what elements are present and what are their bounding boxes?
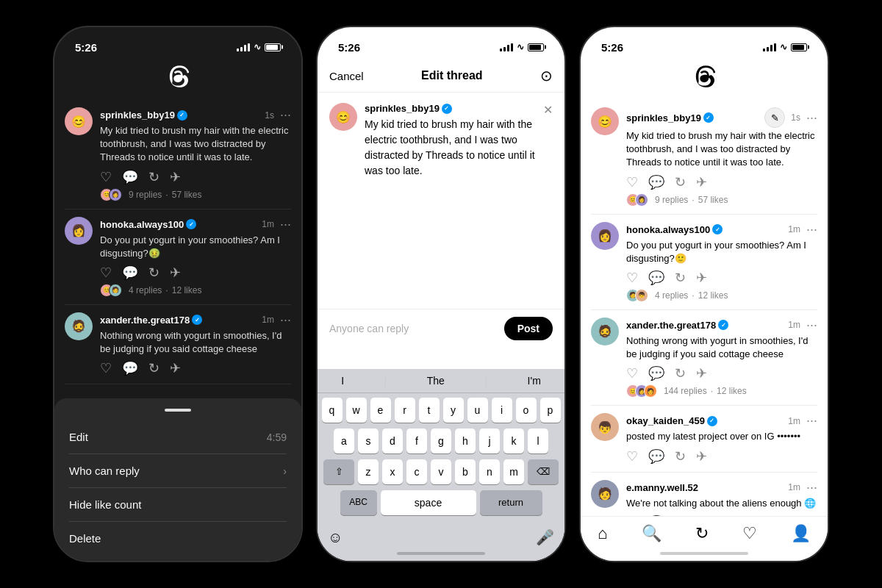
- key-y[interactable]: y: [443, 398, 464, 423]
- sheet-edit[interactable]: Edit 4:59: [54, 420, 301, 453]
- post-3-3: 🧔 xander.the.great178 ✓ 1m ··· Nothing w…: [591, 310, 817, 406]
- more-btn-3-2[interactable]: ···: [806, 222, 817, 237]
- repost-icon-2[interactable]: ↻: [148, 265, 159, 281]
- key-h[interactable]: h: [455, 429, 476, 453]
- home-nav-icon[interactable]: ⌂: [598, 524, 607, 543]
- key-l[interactable]: l: [528, 429, 548, 453]
- more-btn-3[interactable]: ···: [280, 312, 291, 328]
- repost-icon-3[interactable]: ↻: [148, 360, 159, 376]
- post-header-1: sprinkles_bby19 ✓ 1s ···: [100, 107, 291, 123]
- key-a[interactable]: a: [334, 429, 354, 453]
- comment-icon-3-3[interactable]: 💬: [648, 365, 664, 381]
- repost-icon-3-3[interactable]: ↻: [675, 365, 686, 381]
- like-icon-3-4[interactable]: ♡: [626, 448, 638, 465]
- close-edit-btn[interactable]: ✕: [543, 103, 553, 179]
- key-d[interactable]: d: [382, 429, 403, 453]
- more-options-btn[interactable]: ⊙: [540, 67, 553, 85]
- key-p[interactable]: p: [540, 398, 561, 423]
- cancel-button[interactable]: Cancel: [329, 70, 364, 82]
- comment-icon-3[interactable]: 💬: [122, 360, 138, 376]
- post-text-1: My kid tried to brush my hair with the e…: [100, 124, 291, 165]
- key-w[interactable]: w: [346, 398, 367, 423]
- comment-icon-3-4[interactable]: 💬: [648, 448, 664, 465]
- more-btn-3-3[interactable]: ···: [806, 318, 817, 333]
- key-space[interactable]: space: [381, 490, 476, 515]
- share-icon-3-4[interactable]: ✈: [696, 448, 707, 465]
- key-o[interactable]: o: [516, 398, 537, 423]
- more-btn-3-5[interactable]: ···: [806, 480, 817, 495]
- suggestion-2[interactable]: The: [420, 375, 452, 388]
- key-v[interactable]: v: [431, 459, 451, 484]
- post-time-3-5: 1m: [788, 482, 800, 492]
- phone-1: 5:26 ∿ 😊: [53, 26, 303, 562]
- mic-icon[interactable]: 🎤: [536, 528, 554, 546]
- repost-icon-3-2[interactable]: ↻: [675, 270, 686, 286]
- edit-post-text[interactable]: My kid tried to brush my hair with the e…: [365, 117, 536, 179]
- key-backspace[interactable]: ⌫: [528, 459, 559, 484]
- post-button[interactable]: Post: [504, 317, 553, 340]
- share-icon-1[interactable]: ✈: [170, 169, 181, 185]
- edit-avatar: 😊: [329, 103, 357, 131]
- repost-nav-icon[interactable]: ↻: [695, 524, 709, 543]
- suggestion-3[interactable]: I'm: [520, 375, 548, 388]
- key-f[interactable]: f: [406, 429, 427, 453]
- key-q[interactable]: q: [322, 398, 343, 423]
- share-icon-3-2[interactable]: ✈: [696, 270, 707, 286]
- comment-icon-3-1[interactable]: 💬: [648, 174, 664, 190]
- key-z[interactable]: z: [358, 459, 379, 484]
- post-time-3-3: 1m: [788, 320, 800, 330]
- like-icon-2[interactable]: ♡: [100, 265, 112, 281]
- key-s[interactable]: s: [358, 429, 379, 453]
- key-i[interactable]: i: [492, 398, 512, 423]
- sheet-delete[interactable]: Delete: [54, 522, 301, 555]
- like-icon-3-2[interactable]: ♡: [626, 270, 638, 286]
- comment-icon-1[interactable]: 💬: [122, 169, 138, 185]
- like-icon-1[interactable]: ♡: [100, 169, 112, 185]
- like-icon-3-3[interactable]: ♡: [626, 365, 638, 381]
- status-icons-3: ∿: [763, 42, 807, 52]
- share-icon-2[interactable]: ✈: [170, 265, 181, 281]
- key-e[interactable]: e: [370, 398, 391, 423]
- key-n[interactable]: n: [479, 459, 500, 484]
- search-nav-icon[interactable]: 🔍: [642, 524, 662, 543]
- key-m[interactable]: m: [503, 459, 524, 484]
- key-b[interactable]: b: [455, 459, 476, 484]
- repost-icon-3-4[interactable]: ↻: [675, 448, 686, 465]
- edit-overlay-button[interactable]: ✎: [764, 107, 785, 128]
- key-shift[interactable]: ⇧: [323, 459, 354, 484]
- likes-nav-icon[interactable]: ♡: [742, 524, 757, 543]
- more-btn-2[interactable]: ···: [280, 217, 291, 232]
- key-j[interactable]: j: [479, 429, 500, 453]
- key-x[interactable]: x: [382, 459, 403, 484]
- more-btn-1[interactable]: ···: [280, 107, 291, 123]
- key-r[interactable]: r: [395, 398, 415, 423]
- share-icon-3[interactable]: ✈: [170, 360, 181, 376]
- avatar-3-5: 🧑: [591, 480, 619, 508]
- key-c[interactable]: c: [406, 459, 427, 484]
- like-icon-3[interactable]: ♡: [100, 360, 112, 376]
- key-u[interactable]: u: [467, 398, 488, 423]
- username-3: xander.the.great178 ✓: [100, 315, 202, 326]
- suggestion-1[interactable]: I: [334, 375, 351, 388]
- share-icon-3-3[interactable]: ✈: [696, 365, 707, 381]
- more-btn-3-4[interactable]: ···: [806, 413, 817, 429]
- key-g[interactable]: g: [431, 429, 451, 453]
- share-icon-3-1[interactable]: ✈: [696, 174, 707, 190]
- key-k[interactable]: k: [503, 429, 524, 453]
- repost-icon-1[interactable]: ↻: [148, 169, 159, 185]
- sheet-hide-like[interactable]: Hide like count: [54, 488, 301, 521]
- time-1: 5:26: [75, 41, 97, 54]
- comment-icon-2[interactable]: 💬: [122, 265, 138, 281]
- profile-nav-icon[interactable]: 👤: [791, 524, 811, 543]
- repost-icon-3-1[interactable]: ↻: [675, 174, 686, 190]
- verified-3-2: ✓: [712, 224, 723, 234]
- like-icon-3-1[interactable]: ♡: [626, 174, 638, 190]
- emoji-icon[interactable]: ☺: [328, 529, 343, 546]
- more-btn-3-1[interactable]: ···: [806, 110, 817, 126]
- key-t[interactable]: t: [419, 398, 440, 423]
- post-header-3-4: okay_kaiden_459 ✓ 1m ···: [626, 413, 817, 429]
- sheet-who-can-reply[interactable]: Who can reply ›: [54, 454, 301, 487]
- comment-icon-3-2[interactable]: 💬: [648, 270, 664, 286]
- key-return[interactable]: return: [480, 490, 542, 515]
- key-abc[interactable]: ABC: [340, 490, 377, 515]
